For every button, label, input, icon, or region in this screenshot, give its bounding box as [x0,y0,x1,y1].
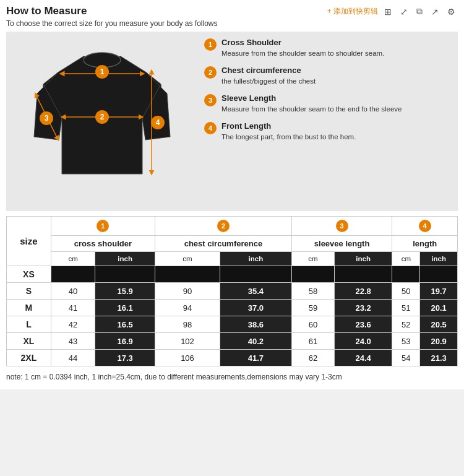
svg-text:1: 1 [100,67,105,76]
measurement-labels: 1 Cross Shoulder Measure from the should… [198,38,452,205]
size-column-header: size [7,217,51,266]
data-cell: 38.6 [220,316,291,333]
data-cell: 23.2 [334,300,392,316]
data-cell: 40.2 [220,333,291,350]
sub-header-inch-2: inch [220,252,291,266]
sub-header-cm-2: cm [155,252,220,266]
svg-text:3: 3 [45,114,49,123]
data-cell: 24.4 [334,350,392,366]
data-cell: 20.9 [420,333,458,350]
size-table: size 1 2 3 4 cross shoulder chest circum… [6,216,458,366]
data-cell: 41 [51,300,95,316]
data-cell [220,266,291,283]
size-cell: 2XL [7,350,51,366]
header-row: How to Measure To choose the correct siz… [6,5,458,32]
data-cell: 53 [392,333,420,350]
table-row: 2XL4417.310641.76224.45421.3 [7,350,458,366]
header-left: How to Measure To choose the correct siz… [6,5,218,32]
measurement-badge-3: 3 [204,94,217,106]
data-cell: 40 [51,283,95,300]
main-container: How to Measure To choose the correct siz… [0,0,464,389]
size-cell: XL [7,333,51,350]
col-badge-4: 4 [419,220,431,232]
size-cell: S [7,283,51,300]
measurement-badge-1: 1 [204,38,217,51]
sub-header-cm-4: cm [392,252,420,266]
data-cell [95,266,155,283]
data-cell [334,266,392,283]
toolbar: + 添加到快剪辑 ⊞ ⤢ ⧉ ↗ ⚙ [327,5,458,18]
data-cell: 19.7 [420,283,458,300]
expand-icon[interactable]: ⤢ [398,6,410,18]
measurement-badge-2: 2 [204,66,217,79]
data-cell: 59 [291,300,334,316]
table-row: XS [7,266,458,283]
data-cell: 98 [155,316,220,333]
sub-header-cm-1: cm [51,252,95,266]
data-cell: 22.8 [334,283,392,300]
diagram-section: 1 2 3 4 [6,32,458,211]
data-cell: 54 [392,350,420,366]
data-cell [291,266,334,283]
data-cell: 44 [51,350,95,366]
measurement-item-3: 3 Sleeve Length Measure from the shoulde… [204,93,452,114]
data-cell: 16.5 [95,316,155,333]
data-cell: 50 [392,283,420,300]
measurement-text-4: Front Length The longest part, from the … [221,121,356,142]
measurement-text-3: Sleeve Length Measure from the shoulder … [221,93,402,114]
copy-icon[interactable]: ⧉ [414,5,425,18]
data-cell: 37.0 [220,300,291,316]
data-cell [51,266,95,283]
table-row: S4015.99035.45822.85019.7 [7,283,458,300]
sub-header-inch-4: inch [420,252,458,266]
col-badge-2: 2 [217,220,230,232]
measurement-item-2: 2 Chest circumference the fullest/bigges… [204,66,452,86]
table-row: L4216.59838.66023.65220.5 [7,316,458,333]
size-cell: L [7,316,51,333]
size-cell: M [7,300,51,316]
data-cell: 16.1 [95,300,155,316]
sub-header-inch-3: inch [334,252,392,266]
export-icon[interactable]: ↗ [429,6,441,18]
data-cell: 102 [155,333,220,350]
badge-row: size 1 2 3 4 [7,217,458,236]
measurement-item-4: 4 Front Length The longest part, from th… [204,121,452,142]
data-cell: 60 [291,316,334,333]
data-cell [392,266,420,283]
data-cell: 35.4 [220,283,291,300]
col-header-length: length [392,236,458,252]
data-cell: 17.3 [95,350,155,366]
data-cell: 52 [392,316,420,333]
sub-header-row: cm inch cm inch cm inch cm inch [7,252,458,266]
data-cell: 42 [51,316,95,333]
data-cell: 90 [155,283,220,300]
sub-header-inch-1: inch [95,252,155,266]
data-cell: 20.1 [420,300,458,316]
sweater-diagram: 1 2 3 4 [12,38,192,205]
measurement-badge-4: 4 [204,122,217,134]
data-cell: 58 [291,283,334,300]
data-cell: 20.5 [420,316,458,333]
data-cell: 16.9 [95,333,155,350]
data-cell: 61 [291,333,334,350]
col-badge-1: 1 [97,220,109,232]
subtitle: To choose the correct size for you measu… [6,19,218,28]
col-name-row: cross shoulder chest circumference sleev… [7,236,458,252]
sub-header-cm-3: cm [291,252,334,266]
size-cell: XS [7,266,51,283]
note-text: note: 1 cm = 0.0394 inch, 1 inch=25.4cm,… [6,371,458,383]
page-title: How to Measure [6,5,218,17]
col-header-shoulder: cross shoulder [51,236,155,252]
add-to-quick-clip-button[interactable]: + 添加到快剪辑 [327,6,378,17]
measurement-text-2: Chest circumference the fullest/biggest … [221,66,316,86]
settings-icon[interactable]: ⚙ [445,6,458,18]
col-header-sleeve: sleevee length [291,236,392,252]
data-cell: 94 [155,300,220,316]
data-cell [155,266,220,283]
col-header-chest: chest circumference [155,236,292,252]
svg-text:4: 4 [156,118,160,127]
size-table-section: size 1 2 3 4 cross shoulder chest circum… [6,216,458,366]
data-cell: 51 [392,300,420,316]
grid-icon[interactable]: ⊞ [382,6,394,18]
svg-text:2: 2 [100,113,105,121]
